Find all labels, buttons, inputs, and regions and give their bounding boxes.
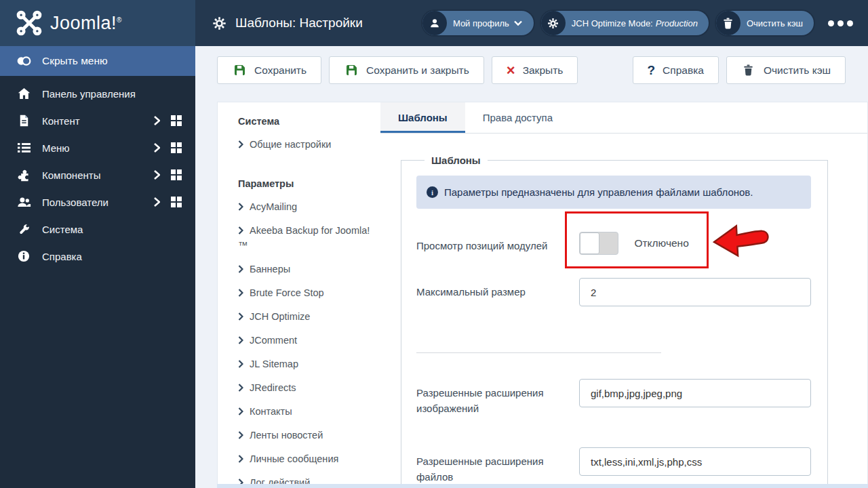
help-button[interactable]: ? Справка (633, 56, 719, 84)
settings-nav-item[interactable]: Баннеры (238, 262, 371, 277)
settings-nav-item[interactable]: JRedirects (238, 380, 371, 395)
file-extensions-input[interactable] (579, 447, 811, 476)
settings-nav-item[interactable]: Лог действий пользователей (238, 475, 371, 484)
chevron-right-icon (238, 455, 243, 463)
module-positions-row: Просмотр позиций модулей Отключено (416, 232, 811, 255)
file-extensions-control (579, 447, 811, 484)
settings-nav-item[interactable]: Личные сообщения (238, 451, 371, 466)
save-button[interactable]: Сохранить (217, 56, 321, 84)
list-icon (16, 142, 31, 153)
profile-button[interactable]: Мой профиль (422, 11, 534, 35)
sidebar-item-components[interactable]: Компоненты (0, 161, 195, 188)
main-region: Шаблоны: Настройки Мой профиль JC (195, 0, 868, 488)
max-size-control (579, 278, 811, 306)
user-icon (422, 11, 447, 35)
module-positions-label: Просмотр позиций модулей (416, 232, 579, 255)
sidebar-item-dashboard[interactable]: Панель управления (0, 80, 195, 107)
sidebar-item-help[interactable]: Справка (0, 243, 195, 270)
gear-icon (212, 16, 226, 30)
grid-icon[interactable] (171, 197, 182, 207)
sidebar-nav: Панель управления Контент Меню (0, 76, 195, 270)
content-area: Система Общие настройки Параметры AcyMai… (195, 91, 868, 488)
save-and-close-button[interactable]: Сохранить и закрыть (329, 56, 484, 84)
tab-templates[interactable]: Шаблоны (380, 102, 465, 133)
image-extensions-input[interactable] (579, 379, 811, 407)
chevron-right-icon (238, 140, 243, 148)
clear-cache-button[interactable]: Очистить кэш (726, 56, 846, 84)
tabs: Шаблоны Права доступа (380, 102, 867, 134)
joomla-logo-icon (16, 10, 42, 36)
chevron-right-icon (153, 116, 160, 125)
toggle-knob (580, 232, 599, 254)
clear-cache-pill-button[interactable]: Очистить кэш (716, 11, 814, 35)
close-button[interactable]: × Закрыть (492, 56, 578, 84)
grid-icon[interactable] (171, 169, 182, 180)
more-actions-button[interactable] (828, 20, 853, 26)
puzzle-icon (16, 169, 31, 182)
joomla-admin-app: Joomla!® Скрыть меню Панель управления К… (0, 0, 868, 488)
image-extensions-control (579, 379, 811, 416)
hide-menu-label: Скрыть меню (42, 55, 108, 67)
chevron-right-icon (238, 360, 243, 368)
settings-nav-item[interactable]: Ленты новостей (238, 428, 371, 443)
save-icon (232, 64, 247, 76)
sidebar-item-system[interactable]: Система (0, 216, 195, 243)
settings-nav-item[interactable]: JL Sitemap (238, 357, 371, 371)
image-extensions-row: Разрешенные расширения изображений (416, 379, 811, 416)
templates-fieldset: Шаблоны i Параметры предназначены для уп… (401, 155, 828, 484)
settings-nav-item[interactable]: Контакты (238, 404, 371, 419)
annotation-arrow-icon (712, 220, 770, 264)
chevron-right-icon (238, 289, 243, 297)
sidebar: Joomla!® Скрыть меню Панель управления К… (0, 0, 195, 488)
info-icon: i (427, 186, 438, 198)
close-icon: × (507, 63, 515, 78)
wrench-icon (16, 223, 31, 235)
jch-optimize-mode-button[interactable]: JCH Optimize Mode:Production (541, 11, 709, 35)
top-header: Шаблоны: Настройки Мой профиль JC (195, 0, 868, 46)
file-extensions-label: Разрешенные расширения файлов (416, 447, 579, 484)
sidebar-item-hide-menu[interactable]: Скрыть меню (0, 46, 195, 76)
chevron-right-icon (238, 312, 243, 321)
settings-nav: Система Общие настройки Параметры AcyMai… (218, 102, 380, 484)
home-icon (16, 87, 31, 100)
sidebar-item-content[interactable]: Контент (0, 107, 195, 134)
chevron-down-icon (513, 20, 523, 26)
toggle-menu-icon (16, 55, 31, 67)
tab-content: Шаблоны i Параметры предназначены для уп… (380, 134, 867, 484)
section-divider (416, 352, 661, 353)
page-title: Шаблоны: Настройки (212, 16, 363, 30)
chevron-right-icon (238, 384, 243, 392)
info-icon (16, 250, 31, 262)
settings-group-heading: Система (238, 116, 371, 127)
chevron-right-icon (238, 265, 243, 273)
toolbar: Сохранить Сохранить и закрыть × Закрыть … (195, 46, 868, 91)
max-size-input[interactable] (579, 278, 811, 306)
logo-text: Joomla!® (50, 13, 122, 34)
tab-permissions[interactable]: Права доступа (465, 102, 570, 133)
module-positions-toggle[interactable] (579, 232, 618, 255)
config-card: Система Общие настройки Параметры AcyMai… (217, 102, 868, 484)
question-icon: ? (648, 63, 656, 78)
settings-nav-item[interactable]: JComment (238, 333, 371, 348)
bottom-strip (217, 484, 868, 488)
settings-nav-gap (238, 161, 371, 178)
max-size-label: Максимальный размер (416, 278, 579, 306)
grid-icon[interactable] (171, 142, 182, 153)
toggle-state-label: Отключено (634, 232, 688, 255)
settings-nav-item[interactable]: Общие настройки (238, 137, 371, 152)
max-size-row: Максимальный размер (416, 278, 811, 306)
chevron-right-icon (153, 197, 160, 207)
settings-nav-item[interactable]: Akeeba Backup for Joomla!™ (238, 223, 371, 253)
users-icon (16, 197, 31, 208)
settings-nav-item[interactable]: JCH Optimize (238, 309, 371, 324)
sidebar-item-users[interactable]: Пользователи (0, 188, 195, 216)
settings-nav-item[interactable]: Brute Force Stop (238, 285, 371, 300)
save-icon (344, 64, 359, 76)
logo-area: Joomla!® (0, 0, 195, 46)
grid-icon[interactable] (171, 115, 182, 126)
trash-icon (741, 64, 756, 76)
sidebar-item-menu[interactable]: Меню (0, 134, 195, 161)
settings-nav-item[interactable]: AcyMailing (238, 199, 371, 214)
settings-group-heading: Параметры (238, 178, 371, 189)
header-actions: Мой профиль JCH Optimize Mode:Production (422, 11, 853, 35)
